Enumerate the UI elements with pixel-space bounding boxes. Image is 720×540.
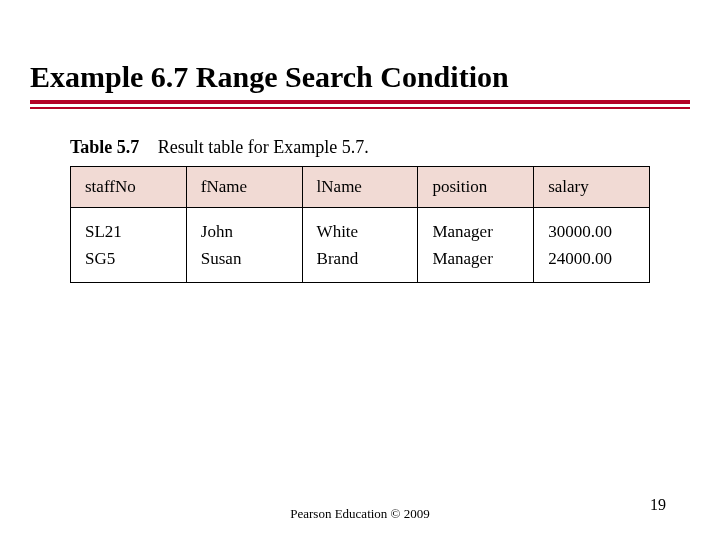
col-header-fname: fName	[186, 167, 302, 208]
slide: Example 6.7 Range Search Condition Table…	[0, 0, 720, 540]
title-underline	[30, 100, 690, 109]
rule-thick	[30, 100, 690, 104]
cell-lname: White Brand	[302, 208, 418, 283]
cell-value: 30000.00	[548, 218, 635, 245]
cell-position: Manager Manager	[418, 208, 534, 283]
table-caption-text: Result table for Example 5.7.	[158, 137, 369, 157]
table-row: SL21 SG5 John Susan White Brand Manager …	[71, 208, 650, 283]
cell-value: 24000.00	[548, 245, 635, 272]
result-table: staffNo fName lName position salary SL21…	[70, 166, 650, 283]
table-caption-label: Table 5.7	[70, 137, 139, 157]
cell-staffno: SL21 SG5	[71, 208, 187, 283]
page-number: 19	[650, 496, 666, 514]
cell-value: Brand	[317, 245, 404, 272]
cell-value: Manager	[432, 245, 519, 272]
cell-fname: John Susan	[186, 208, 302, 283]
footer-credit: Pearson Education © 2009	[0, 506, 720, 522]
col-header-salary: salary	[534, 167, 650, 208]
cell-value: SL21	[85, 218, 172, 245]
table-header-row: staffNo fName lName position salary	[71, 167, 650, 208]
title-block: Example 6.7 Range Search Condition	[0, 0, 720, 94]
cell-value: SG5	[85, 245, 172, 272]
cell-value: Susan	[201, 245, 288, 272]
table-caption: Table 5.7 Result table for Example 5.7.	[70, 137, 650, 158]
slide-title: Example 6.7 Range Search Condition	[30, 60, 690, 94]
col-header-position: position	[418, 167, 534, 208]
content-area: Table 5.7 Result table for Example 5.7. …	[0, 109, 720, 283]
col-header-staffno: staffNo	[71, 167, 187, 208]
cell-value: White	[317, 218, 404, 245]
col-header-lname: lName	[302, 167, 418, 208]
cell-value: Manager	[432, 218, 519, 245]
cell-salary: 30000.00 24000.00	[534, 208, 650, 283]
cell-value: John	[201, 218, 288, 245]
